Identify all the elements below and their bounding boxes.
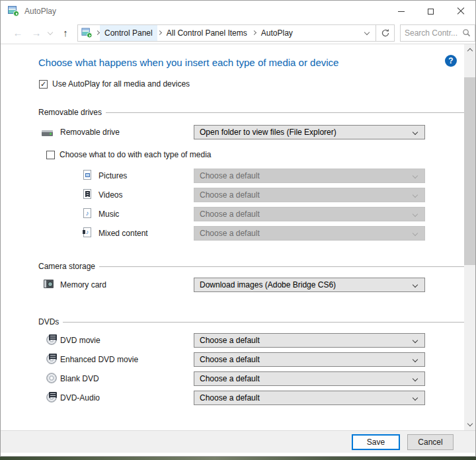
videos-file-icon xyxy=(83,189,91,199)
autoplay-app-icon xyxy=(8,6,19,17)
dvd-movie-icon xyxy=(46,334,57,345)
help-icon: ? xyxy=(448,56,453,65)
dvd-movie-row: DVD movie Choose a default xyxy=(38,333,425,348)
up-button[interactable]: ↑ xyxy=(58,28,73,38)
forward-button[interactable]: → xyxy=(28,28,44,38)
removable-drive-label: Removable drive xyxy=(60,128,120,137)
removable-drive-select[interactable]: Open folder to view files (File Explorer… xyxy=(194,125,425,139)
section-title: DVDs xyxy=(38,317,59,326)
address-bar[interactable]: Control Panel All Control Panel Items Au… xyxy=(77,24,395,42)
blank-dvd-icon xyxy=(46,373,57,383)
mixed-content-row: ♪ Mixed content Choose a default xyxy=(38,226,425,241)
minimize-button[interactable] xyxy=(386,1,416,22)
autoplay-window: AutoPlay ← → ↑ Control Panel All Control… xyxy=(0,0,476,457)
memory-card-label: Memory card xyxy=(60,280,106,289)
section-title: Removable drives xyxy=(38,108,102,117)
videos-selected-value: Choose a default xyxy=(200,190,260,200)
removable-drive-icon xyxy=(42,130,53,136)
window-title: AutoPlay xyxy=(24,7,56,16)
titlebar[interactable]: AutoPlay xyxy=(1,1,475,22)
pictures-label: Pictures xyxy=(99,171,127,180)
footer-bar: Save Cancel xyxy=(1,430,475,453)
dvd-movie-select[interactable]: Choose a default xyxy=(194,333,425,348)
choose-each-type-checkbox-row[interactable]: Choose what to do with each type of medi… xyxy=(46,150,211,159)
save-button-label: Save xyxy=(367,438,385,447)
removable-drive-selected-value: Open folder to view files (File Explorer… xyxy=(200,128,337,137)
breadcrumb-chevron-icon[interactable] xyxy=(157,30,162,34)
autoplay-settings-panel: Choose what happens when you insert each… xyxy=(1,44,475,435)
breadcrumb-chevron-icon[interactable] xyxy=(95,30,100,34)
enhanced-dvd-movie-select[interactable]: Choose a default xyxy=(194,352,425,367)
save-button[interactable]: Save xyxy=(352,434,400,450)
removable-drive-row: Removable drive Open folder to view file… xyxy=(38,125,425,139)
chevron-down-icon xyxy=(413,173,418,178)
breadcrumb-item-autoplay[interactable]: AutoPlay xyxy=(257,25,298,41)
section-title: Camera storage xyxy=(38,262,95,271)
dvd-audio-select[interactable]: Choose a default xyxy=(194,391,425,405)
desktop-background-strip xyxy=(0,457,476,460)
section-removable-drives: Removable drives xyxy=(38,108,469,117)
refresh-icon xyxy=(381,28,390,38)
scroll-up-button[interactable] xyxy=(464,44,475,56)
cancel-button[interactable]: Cancel xyxy=(407,434,454,450)
chevron-down-icon xyxy=(413,395,418,401)
maximize-icon xyxy=(428,9,434,15)
use-autoplay-label: Use AutoPlay for all media and devices xyxy=(52,79,190,89)
refresh-button[interactable] xyxy=(376,25,394,41)
back-button[interactable]: ← xyxy=(10,28,26,38)
scrollbar-thumb[interactable] xyxy=(464,77,475,265)
chevron-down-icon xyxy=(413,211,418,217)
search-input[interactable] xyxy=(405,28,462,38)
pictures-select: Choose a default xyxy=(194,169,425,183)
mixed-content-file-icon: ♪ xyxy=(83,227,91,237)
navigation-bar: ← → ↑ Control Panel All Control Panel It… xyxy=(1,22,475,44)
chevron-down-icon xyxy=(413,231,418,236)
help-button[interactable]: ? xyxy=(445,55,457,67)
enhanced-dvd-movie-row: Enhanced DVD movie Choose a default xyxy=(38,352,425,367)
close-icon xyxy=(457,7,465,15)
enhanced-dvd-movie-icon xyxy=(46,354,57,364)
section-divider xyxy=(63,322,469,323)
choose-each-type-checkbox[interactable] xyxy=(46,151,55,159)
chevron-up-icon xyxy=(467,48,472,54)
blank-dvd-select[interactable]: Choose a default xyxy=(194,371,425,386)
close-button[interactable] xyxy=(446,1,475,22)
breadcrumb-item-all-control-panel-items[interactable]: All Control Panel Items xyxy=(162,25,252,41)
chevron-down-icon xyxy=(413,357,418,362)
blank-dvd-selected-value: Choose a default xyxy=(200,374,260,383)
cancel-button-label: Cancel xyxy=(418,438,442,447)
section-camera-storage: Camera storage xyxy=(38,262,469,271)
page-title: Choose what happens when you insert each… xyxy=(38,57,338,68)
breadcrumb-chevron-icon[interactable] xyxy=(252,30,257,34)
search-icon[interactable] xyxy=(462,28,471,37)
chevron-down-icon xyxy=(413,192,418,198)
recent-pages-chevron-icon[interactable] xyxy=(48,29,53,34)
pictures-selected-value: Choose a default xyxy=(200,171,260,180)
blank-dvd-label: Blank DVD xyxy=(60,374,99,383)
address-dropdown-chevron-icon[interactable] xyxy=(364,29,370,34)
chevron-down-icon xyxy=(413,376,418,381)
pictures-file-icon xyxy=(83,170,91,180)
minimize-icon xyxy=(398,11,405,12)
scroll-down-button[interactable] xyxy=(464,419,475,430)
dvd-movie-selected-value: Choose a default xyxy=(200,336,260,345)
videos-row: Videos Choose a default xyxy=(38,188,425,202)
videos-label: Videos xyxy=(99,190,122,200)
breadcrumb-item-control-panel[interactable]: Control Panel xyxy=(100,25,157,41)
autoplay-breadcrumb-icon xyxy=(81,28,92,38)
memory-card-icon xyxy=(44,280,54,288)
music-row: ♪ Music Choose a default xyxy=(38,207,425,221)
maximize-button[interactable] xyxy=(416,1,446,22)
use-autoplay-checkbox[interactable]: ✓ xyxy=(39,80,48,89)
memory-card-row: Memory card Download images (Adobe Bridg… xyxy=(38,278,425,292)
vertical-scrollbar[interactable] xyxy=(464,44,475,430)
chevron-down-icon xyxy=(467,421,472,426)
memory-card-selected-value: Download images (Adobe Bridge CS6) xyxy=(200,280,336,289)
mixed-content-label: Mixed content xyxy=(99,229,148,238)
use-autoplay-checkbox-row[interactable]: ✓ Use AutoPlay for all media and devices xyxy=(39,79,190,89)
section-divider xyxy=(99,266,469,267)
section-dvds: DVDs xyxy=(38,317,469,326)
memory-card-select[interactable]: Download images (Adobe Bridge CS6) xyxy=(194,278,425,292)
chevron-down-icon xyxy=(413,338,418,343)
music-select: Choose a default xyxy=(194,207,425,221)
